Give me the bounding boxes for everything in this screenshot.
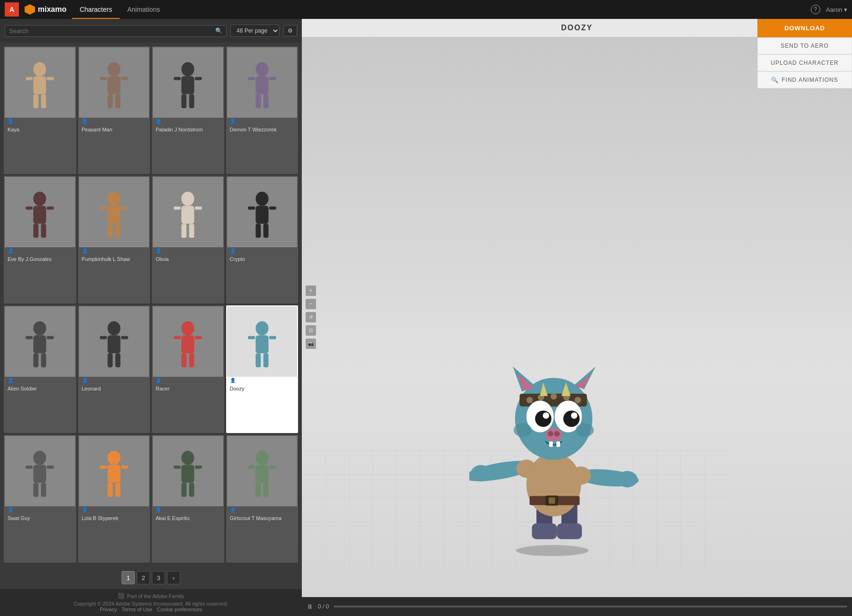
char-card-lola-b-styperek[interactable]: 👤 Lola B Styperek — [78, 435, 150, 563]
char-card-paladin-j-nordstrom[interactable]: 👤 Paladin J Nordstrom — [152, 46, 224, 174]
svg-rect-47 — [263, 224, 268, 238]
svg-rect-27 — [47, 206, 54, 209]
char-card-akai-e-espiritu[interactable]: 👤 Akai E Espiritu — [152, 435, 224, 563]
svg-rect-101 — [557, 523, 582, 539]
svg-rect-105 — [548, 497, 554, 503]
gear-button[interactable]: ⚙ — [283, 25, 297, 36]
page-btn-3[interactable]: 3 — [152, 571, 165, 584]
svg-rect-31 — [107, 206, 120, 224]
footer-link-terms-of-use[interactable]: Terms of Use — [122, 607, 152, 612]
char-card-alien-soldier[interactable]: 👤 Alien Soldier — [4, 305, 76, 433]
svg-rect-71 — [263, 353, 268, 367]
svg-rect-20 — [248, 77, 255, 80]
left-footer: ⬛ Part of the Adobe Family Copyright © 2… — [0, 589, 302, 616]
svg-rect-135 — [549, 442, 553, 447]
page-btn-›[interactable]: › — [167, 571, 180, 584]
person-icon: 👤 — [8, 119, 13, 124]
tab-animations[interactable]: Animations — [120, 0, 167, 19]
char-label: Swat Guy — [5, 513, 75, 523]
svg-rect-39 — [195, 206, 202, 209]
svg-rect-1 — [34, 76, 46, 94]
svg-rect-93 — [269, 465, 276, 469]
footer-links: PrivacyTerms of UseCookie preferences — [5, 607, 297, 612]
char-label: Olivia — [153, 254, 223, 264]
footer-link-privacy[interactable]: Privacy — [100, 607, 117, 612]
char-card-peasant-man[interactable]: 👤 Peasant Man — [78, 46, 150, 174]
svg-point-97 — [516, 545, 588, 556]
svg-rect-50 — [26, 336, 33, 339]
char-card-demon-t-wiezzorek[interactable]: 👤 Demon T Wiezzorek — [226, 46, 299, 174]
zoom-out-button[interactable]: − — [306, 299, 316, 309]
svg-rect-10 — [107, 94, 113, 108]
find-icon: 🔍 — [771, 77, 779, 83]
char-card-swat-guy[interactable]: 👤 Swat Guy — [4, 435, 76, 563]
search-box[interactable]: 🔍 — [5, 25, 227, 37]
svg-rect-94 — [255, 483, 261, 497]
person-icon: 👤 — [8, 248, 13, 253]
char-card-eve-by-jgonzales[interactable]: 👤 Eve By J.Gonzales — [4, 176, 76, 304]
svg-rect-53 — [41, 353, 46, 367]
play-button[interactable]: ⏸ — [307, 603, 313, 610]
svg-point-128 — [535, 410, 552, 427]
svg-rect-41 — [189, 224, 194, 238]
upload-character-button[interactable]: UPLOAD CHARACTER — [757, 54, 852, 71]
adobe-icon: A — [5, 2, 19, 17]
rotate-button[interactable]: ↺ — [306, 312, 316, 322]
svg-rect-91 — [255, 465, 268, 483]
svg-point-108 — [516, 460, 536, 477]
viewer-area: + − ↺ ⊡ 📷 — [302, 37, 852, 597]
svg-rect-81 — [121, 465, 128, 469]
footer-copyright: Copyright © 2024 Adobe Systems Incorpora… — [5, 601, 297, 607]
char-label: Demon T Wiezzorek — [227, 125, 298, 134]
svg-rect-22 — [255, 94, 261, 108]
svg-point-90 — [255, 451, 268, 465]
help-button[interactable]: ? — [811, 5, 820, 14]
svg-point-0 — [34, 62, 46, 76]
svg-marker-117 — [575, 373, 592, 389]
svg-rect-68 — [248, 336, 255, 339]
svg-rect-11 — [115, 94, 120, 108]
playback-bar: ⏸ 0 / 0 — [302, 597, 852, 616]
find-animations-button[interactable]: 🔍 FIND ANIMATIONS — [757, 71, 852, 88]
char-card-doozy[interactable]: 👤 Doozy — [226, 305, 299, 433]
tab-characters[interactable]: Characters — [72, 0, 119, 19]
doozy-character — [469, 321, 649, 559]
svg-rect-85 — [182, 465, 194, 483]
svg-rect-37 — [182, 206, 194, 224]
svg-rect-25 — [34, 206, 46, 224]
camera-button[interactable]: 📷 — [306, 338, 316, 349]
download-button[interactable]: DOWNLOAD — [757, 19, 852, 37]
char-card-kaya[interactable]: 👤 Kaya — [4, 46, 76, 174]
reset-view-button[interactable]: ⊡ — [306, 325, 316, 336]
char-card-racer[interactable]: 👤 Racer — [152, 305, 224, 433]
zoom-in-button[interactable]: + — [306, 286, 316, 296]
person-icon: 👤 — [8, 507, 13, 512]
per-page-select[interactable]: 48 Per page — [230, 25, 280, 37]
char-card-girlscout-t-masuyama[interactable]: 👤 Girlscout T Masuyama — [226, 435, 299, 563]
char-card-crypto[interactable]: 👤 Crypto — [226, 176, 299, 304]
char-label: Crypto — [227, 254, 298, 264]
svg-rect-52 — [34, 353, 39, 367]
char-card-leonard[interactable]: 👤 Leonard — [78, 305, 150, 433]
page-btn-1[interactable]: 1 — [122, 571, 135, 584]
footer-link-cookie-preferences[interactable]: Cookie preferences — [157, 607, 202, 612]
svg-point-137 — [513, 423, 531, 437]
svg-point-134 — [554, 431, 560, 437]
svg-rect-67 — [255, 335, 268, 353]
page-btn-2[interactable]: 2 — [137, 571, 150, 584]
char-label: Eve By J.Gonzales — [5, 254, 75, 264]
progress-bar[interactable] — [334, 606, 847, 607]
svg-rect-80 — [100, 465, 107, 469]
person-icon: 👤 — [82, 378, 88, 383]
adobe-footer-icon: ⬛ — [118, 593, 124, 599]
char-label: Girlscout T Masuyama — [227, 513, 298, 523]
svg-rect-88 — [182, 483, 187, 497]
svg-rect-9 — [121, 77, 128, 80]
send-to-aero-button[interactable]: SEND TO AERO — [757, 37, 852, 54]
user-menu[interactable]: Aaron ▾ — [826, 6, 847, 13]
char-card-olivia[interactable]: 👤 Olivia — [152, 176, 224, 304]
svg-point-130 — [543, 412, 549, 418]
search-input[interactable] — [9, 27, 213, 35]
svg-rect-38 — [174, 206, 181, 209]
char-card-pumpkinhulk-l-shaw[interactable]: 👤 Pumpkinhulk L Shaw — [78, 176, 150, 304]
